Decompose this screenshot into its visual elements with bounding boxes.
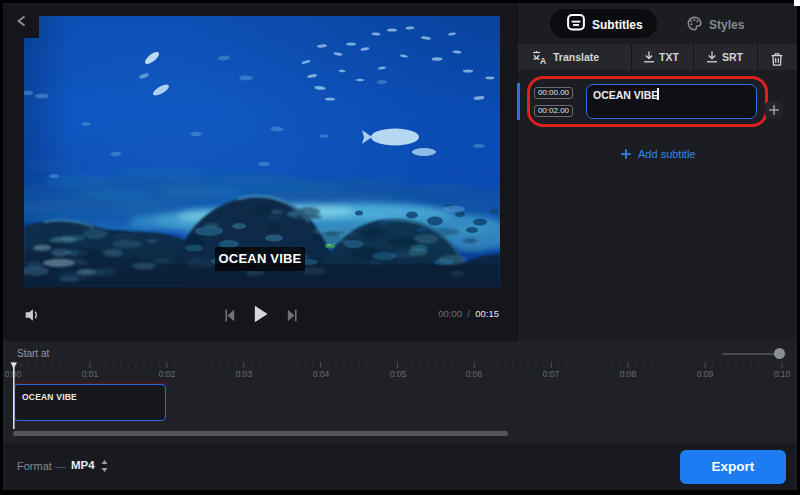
svg-text:A: A [540,56,546,65]
